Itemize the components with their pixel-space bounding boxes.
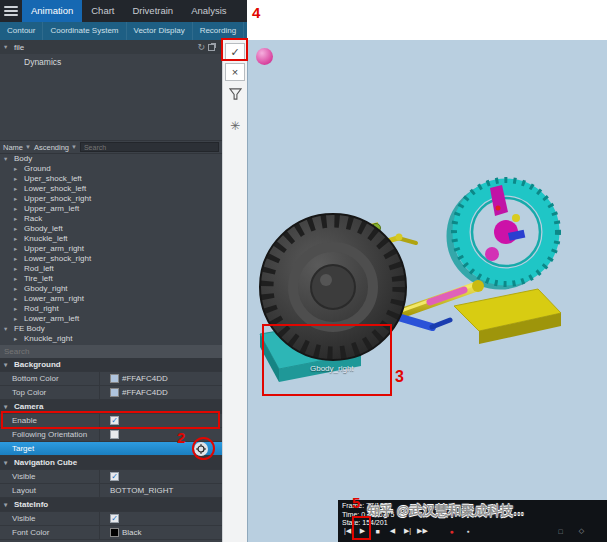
tree-item-lower-arm-right[interactable]: ▸Lower_arm_right <box>0 294 222 304</box>
tree-item-rod-right[interactable]: ▸Rod_right <box>0 304 222 314</box>
collapse-arrow-icon[interactable]: ▸ <box>14 304 21 314</box>
collapse-arrow-icon[interactable]: ▸ <box>14 204 21 214</box>
tree-group-fe-body[interactable]: ▾FE Body <box>0 324 222 334</box>
expand-arrow-icon[interactable]: ▾ <box>4 459 11 467</box>
copy-icon[interactable] <box>208 44 215 51</box>
tree-search-input[interactable] <box>80 142 219 152</box>
tree-item-tire-left[interactable]: ▸Tire_left <box>0 274 222 284</box>
section-navigation-cube[interactable]: ▾Navigation Cube <box>0 456 222 470</box>
collapse-arrow-icon[interactable]: ▸ <box>14 244 21 254</box>
collapse-arrow-icon[interactable]: ▸ <box>14 214 21 224</box>
transport-controls: |◀▶■◀▶|▶▶●●□◇ <box>340 522 589 540</box>
collapse-arrow-icon[interactable]: ▸ <box>14 234 21 244</box>
lower-arm[interactable] <box>398 317 450 327</box>
subtab-vector-display[interactable]: Vector Display <box>127 22 193 40</box>
collapse-arrow-icon[interactable]: ▸ <box>14 174 21 184</box>
left-panel: ▾ file ↻ Dynamics Name▼ Ascending▼ ▾Body… <box>0 40 222 542</box>
prop-name: Visible <box>0 512 100 525</box>
expand-arrow-icon[interactable]: ▾ <box>4 154 11 164</box>
section-background[interactable]: ▾Background <box>0 358 222 372</box>
prop-row-visible[interactable]: Visible✓ <box>0 470 222 484</box>
menu-icon[interactable] <box>0 0 22 22</box>
tree-item-knuckle-right[interactable]: ▸Knuckle_right <box>0 334 222 344</box>
prop-row-top-color[interactable]: Top Color#FFAFC4DD <box>0 386 222 400</box>
annotation-rect-confirm <box>221 38 248 61</box>
tree-item-rod-left[interactable]: ▸Rod_left <box>0 264 222 274</box>
collapse-arrow-icon[interactable]: ▸ <box>14 284 21 294</box>
prop-row-following-orientation[interactable]: Following Orientation <box>0 428 222 442</box>
range-button[interactable]: □ <box>553 522 568 540</box>
section-stateinfo[interactable]: ▾StateInfo <box>0 498 222 512</box>
prop-row-bottom-color[interactable]: Bottom Color#FFAFC4DD <box>0 372 222 386</box>
collapse-arrow-icon[interactable]: ▸ <box>14 184 21 194</box>
viewport-3d[interactable]: Gbody_right Frame: 77/100 Time: 0.767637… <box>247 40 607 542</box>
stop-button[interactable]: ■ <box>370 522 385 540</box>
tree-item-upper-arm-left[interactable]: ▸Upper_arm_left <box>0 204 222 214</box>
right-pad[interactable] <box>454 289 561 344</box>
expand-arrow-icon[interactable]: ▾ <box>4 324 11 334</box>
collapse-arrow-icon[interactable]: ▸ <box>14 254 21 264</box>
expand-arrow-icon[interactable]: ▾ <box>4 43 11 51</box>
tree-item-knuckle-left[interactable]: ▸Knuckle_left <box>0 234 222 244</box>
filter-icon[interactable] <box>227 86 243 102</box>
checkbox[interactable] <box>110 430 119 439</box>
collapse-arrow-icon[interactable]: ▸ <box>14 164 21 174</box>
collapse-arrow-icon[interactable]: ▸ <box>14 274 21 284</box>
tab-animation[interactable]: Animation <box>22 0 82 22</box>
collapse-arrow-icon[interactable]: ▸ <box>14 224 21 234</box>
record-button[interactable]: ● <box>444 522 459 540</box>
checkbox[interactable]: ✓ <box>110 514 119 523</box>
tree-item-ground[interactable]: ▸Ground <box>0 164 222 174</box>
fast-forward-button[interactable]: ▶▶ <box>415 522 430 540</box>
tree-item-gbody-right[interactable]: ▸Gbody_right <box>0 284 222 294</box>
tab-drivetrain[interactable]: Drivetrain <box>123 0 182 22</box>
tree-item-rack[interactable]: ▸Rack <box>0 214 222 224</box>
prop-row-font-color[interactable]: Font ColorBlack <box>0 526 222 540</box>
collapse-arrow-icon[interactable]: ▸ <box>14 314 21 324</box>
sort-field-dropdown[interactable]: Name▼ <box>3 143 31 152</box>
prop-row-target[interactable]: Target <box>0 442 222 456</box>
tree-item-lower-shock-right[interactable]: ▸Lower_shock_right <box>0 254 222 264</box>
collapse-arrow-icon[interactable]: ▸ <box>14 264 21 274</box>
expand-arrow-icon[interactable]: ▾ <box>4 501 11 509</box>
expand-arrow-icon[interactable]: ▾ <box>4 361 11 369</box>
collapse-arrow-icon[interactable]: ▸ <box>14 334 21 344</box>
tab-chart[interactable]: Chart <box>82 0 123 22</box>
file-section-header[interactable]: ▾ file ↻ <box>0 40 222 54</box>
cancel-button[interactable]: × <box>225 63 245 81</box>
expand-arrow-icon[interactable]: ▾ <box>4 403 11 411</box>
options-button[interactable]: ◇ <box>574 522 589 540</box>
reverse-play-button[interactable]: ◀ <box>385 522 400 540</box>
prop-row-layout[interactable]: LayoutBOTTOM_RIGHT <box>0 484 222 498</box>
file-item-dynamics[interactable]: Dynamics <box>0 54 222 69</box>
pink-marker-icon[interactable] <box>256 48 273 65</box>
checkbox[interactable]: ✓ <box>110 472 119 481</box>
tree-item-gbody-left[interactable]: ▸Gbody_left <box>0 224 222 234</box>
annotation-rect-gbody <box>262 324 392 396</box>
tree-item-uper-shock-left[interactable]: ▸Uper_shock_left <box>0 174 222 184</box>
refresh-icon[interactable]: ↻ <box>197 42 205 52</box>
tree-item-upper-arm-right[interactable]: ▸Upper_arm_right <box>0 244 222 254</box>
sort-order-dropdown[interactable]: Ascending▼ <box>34 143 77 152</box>
annotation-rect-play <box>352 516 371 540</box>
property-search-input[interactable] <box>0 345 222 358</box>
keyframe-dot[interactable]: ● <box>463 522 473 540</box>
prop-name: Top Color <box>0 386 100 399</box>
collapse-arrow-icon[interactable]: ▸ <box>14 194 21 204</box>
step-forward-button[interactable]: ▶| <box>400 522 415 540</box>
tree-item-lower-shock-left[interactable]: ▸Lower_shock_left <box>0 184 222 194</box>
tree-group-body[interactable]: ▾Body <box>0 154 222 164</box>
collapse-arrow-icon[interactable]: ▸ <box>14 294 21 304</box>
color-swatch[interactable] <box>110 374 119 383</box>
prop-value: Black <box>100 526 222 539</box>
tab-analysis[interactable]: Analysis <box>182 0 235 22</box>
asterisk-icon[interactable]: ✳ <box>227 118 243 134</box>
color-swatch[interactable] <box>110 528 119 537</box>
color-swatch[interactable] <box>110 388 119 397</box>
tree-item-lower-arm-left[interactable]: ▸Lower_arm_left <box>0 314 222 324</box>
prop-row-visible[interactable]: Visible✓ <box>0 512 222 526</box>
subtab-contour[interactable]: Contour <box>0 22 43 40</box>
tree-item-upper-shock-right[interactable]: ▸Upper_shock_right <box>0 194 222 204</box>
subtab-coordinate-system[interactable]: Coordinate System <box>43 22 126 40</box>
model-canvas[interactable] <box>248 40 607 542</box>
